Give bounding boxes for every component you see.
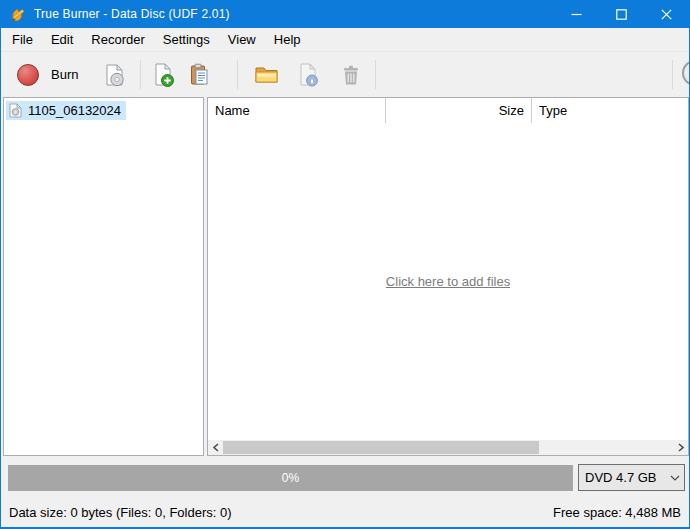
toolbar: Burn [1, 52, 689, 97]
capacity-select[interactable]: DVD 4.7 GB [578, 464, 685, 491]
scroll-left-arrow[interactable] [208, 440, 223, 455]
sidebar-item-label: 1105_06132024 [28, 103, 121, 118]
empty-drop-area[interactable]: Click here to add files [208, 123, 688, 439]
window-title: True Burner - Data Disc (UDF 2.01) [34, 7, 230, 21]
menu-recorder[interactable]: Recorder [82, 29, 153, 50]
scrollbar-thumb[interactable] [223, 441, 539, 454]
column-header-type[interactable]: Type [532, 98, 688, 123]
statusbar: Data size: 0 bytes (Files: 0, Folders: 0… [1, 497, 689, 527]
toolbar-separator [237, 60, 238, 89]
maximize-icon [616, 9, 627, 20]
window-content: True Burner - Data Disc (UDF 2.01) File … [1, 0, 689, 527]
progress-percent: 0% [282, 471, 299, 485]
progress-bar: 0% [8, 465, 573, 491]
trash-icon [338, 62, 364, 88]
burn-button-label: Burn [51, 67, 78, 82]
toolbar-separator [140, 60, 141, 89]
app-window: True Burner - Data Disc (UDF 2.01) File … [0, 0, 690, 529]
titlebar: True Burner - Data Disc (UDF 2.01) [1, 0, 689, 28]
add-files-link[interactable]: Click here to add files [386, 274, 510, 289]
new-disc-document-icon [101, 62, 127, 88]
status-data-size: Data size: 0 bytes (Files: 0, Folders: 0… [9, 505, 232, 520]
file-list-panel: Name Size Type Click here to add files [207, 97, 689, 456]
list-header: Name Size Type [208, 98, 688, 123]
compilation-sidebar[interactable]: 1105_06132024 [3, 97, 204, 456]
open-folder-button[interactable] [253, 61, 280, 88]
progress-row: 0% DVD 4.7 GB [1, 456, 689, 497]
chevron-down-icon [666, 475, 684, 481]
add-file-icon [150, 62, 176, 88]
properties-button[interactable] [294, 61, 321, 88]
burn-icon [17, 64, 39, 86]
burn-button[interactable]: Burn [11, 58, 84, 91]
app-logo-icon [10, 6, 27, 23]
add-files-button[interactable] [149, 61, 176, 88]
toolbar-separator [672, 60, 673, 89]
menu-settings[interactable]: Settings [154, 29, 219, 50]
paste-clipboard-icon [187, 62, 213, 88]
open-folder-icon [253, 61, 280, 88]
menubar: File Edit Recorder Settings View Help [1, 28, 689, 52]
menu-file[interactable]: File [3, 29, 42, 50]
minimize-icon [571, 9, 582, 20]
toolbar-separator [375, 60, 376, 89]
maximize-button[interactable] [599, 0, 644, 28]
disc-document-icon [9, 103, 22, 118]
disc-icon[interactable] [682, 60, 689, 86]
status-free-space: Free space: 4,488 MB [553, 505, 681, 520]
minimize-button[interactable] [554, 0, 599, 28]
window-controls [554, 0, 689, 28]
paste-button[interactable] [186, 61, 213, 88]
capacity-select-value: DVD 4.7 GB [579, 470, 666, 485]
menu-view[interactable]: View [219, 29, 265, 50]
menu-help[interactable]: Help [265, 29, 310, 50]
column-header-size[interactable]: Size [386, 98, 532, 123]
menu-edit[interactable]: Edit [42, 29, 82, 50]
sidebar-item-compilation[interactable]: 1105_06132024 [6, 101, 126, 120]
scroll-right-arrow[interactable] [673, 440, 688, 455]
new-compilation-button[interactable] [100, 61, 127, 88]
column-header-name[interactable]: Name [208, 98, 386, 123]
close-icon [661, 9, 672, 20]
close-button[interactable] [644, 0, 689, 28]
delete-button[interactable] [337, 61, 364, 88]
file-info-icon [295, 62, 321, 88]
horizontal-scrollbar[interactable] [208, 440, 688, 455]
